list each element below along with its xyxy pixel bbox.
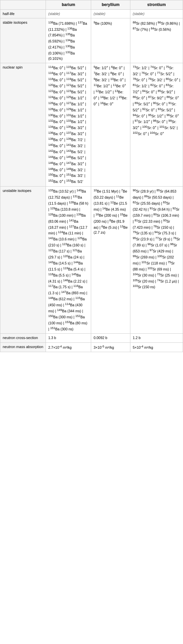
barium-unstable-isotopes: 133Ba (10.52 yr) | 140Ba (12.752 days) |…: [46, 186, 91, 333]
barium-half-life: (stable): [46, 9, 91, 18]
beryllium-stable-isotopes: 9Be (100%): [91, 18, 130, 63]
header-element: [0, 0, 46, 10]
strontium-unstable-isotopes: 90Sr (28.9 yr) | 85Sr (64.853 days) | 89…: [130, 186, 183, 333]
strontium-nuclear-spin: 73Sr: 1/2- | 74Sr: 0+ | 75Sr: 3/2- | 76S…: [130, 63, 183, 186]
header-beryllium: beryllium: [91, 0, 130, 10]
header-barium: barium: [46, 0, 91, 10]
row-label-nuclear-spin: nuclear spin: [0, 63, 46, 186]
barium-nuclear-spin: 114Ba: 0+ | 115Ba: 5/2+ | 116Ba: 0+ | 11…: [46, 63, 91, 186]
beryllium-neutron-cross-section: 0.0092 b: [91, 334, 130, 342]
row-label-unstable-isotopes: unstable isotopes: [0, 186, 46, 333]
barium-neutron-mass-absorption: 2.7×10-4 m²/kg: [46, 342, 91, 352]
barium-stable-isotopes: 138Ba (71.698%) | 137Ba (11.232%) | 136B…: [46, 18, 91, 63]
row-label-neutron-cross-section: neutron cross-section: [0, 334, 46, 342]
beryllium-neutron-mass-absorption: 3×10-5 m²/kg: [91, 342, 130, 352]
strontium-stable-isotopes: 88Sr (82.58%) | 86Sr (9.86%) | 87Sr (7%)…: [130, 18, 183, 63]
row-label-stable-isotopes: stable isotopes: [0, 18, 46, 63]
beryllium-unstable-isotopes: 10Be (1.51 Myr) | 7Be (53.22 days) | 11B…: [91, 186, 130, 333]
header-strontium: strontium: [130, 0, 183, 10]
strontium-half-life: (stable): [130, 9, 183, 18]
beryllium-nuclear-spin: 5Be: 1/2+ | 6Be: 0+ | 7Be: 3/2- | 8Be: 0…: [91, 63, 130, 186]
row-label-neutron-mass-absorption: neutron mass absorption: [0, 342, 46, 352]
barium-neutron-cross-section: 1.3 b: [46, 334, 91, 342]
beryllium-half-life: (stable): [91, 9, 130, 18]
strontium-neutron-mass-absorption: 5×10-4 m²/kg: [130, 342, 183, 352]
row-label-half-life: half-life: [0, 9, 46, 18]
strontium-neutron-cross-section: 1.2 b: [130, 334, 183, 342]
